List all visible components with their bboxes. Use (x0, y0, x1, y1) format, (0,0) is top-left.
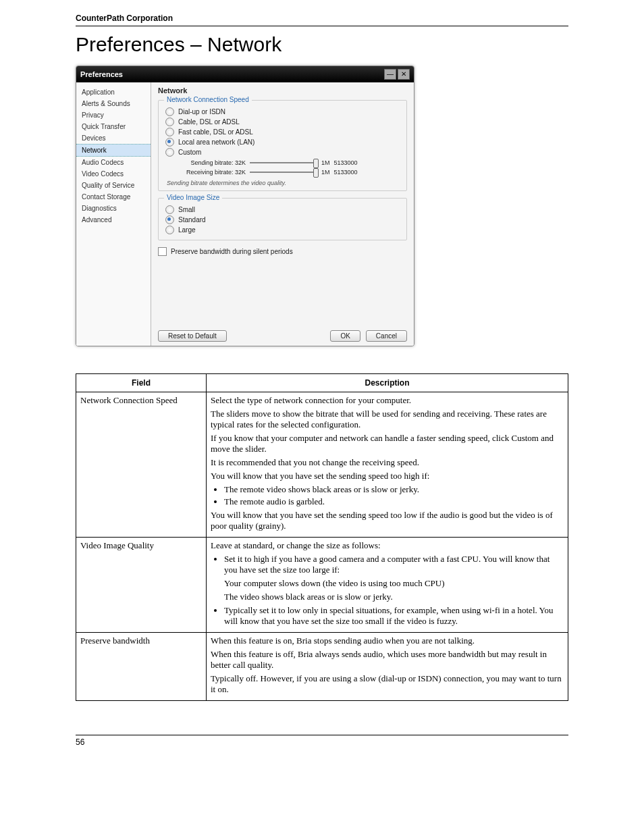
checkbox-label: Preserve bandwidth during silent periods (171, 248, 293, 255)
radio-icon (165, 118, 174, 126)
group-connection-speed: Network Connection Speed Dial-up or ISDN… (158, 100, 407, 191)
radio-icon (165, 226, 174, 234)
description-cell: Select the type of network connection fo… (207, 392, 568, 538)
sidebar-item[interactable]: Advanced (76, 214, 151, 226)
sidebar: ApplicationAlerts & SoundsPrivacyQuick T… (76, 82, 151, 346)
radio-label: Dial-up or ISDN (178, 108, 225, 115)
th-field: Field (76, 374, 207, 392)
radio-label: Large (178, 226, 196, 234)
sidebar-item[interactable]: Audio Codecs (76, 157, 151, 168)
description-cell: When this feature is on, Bria stops send… (207, 633, 568, 701)
legend: Video Image Size (164, 194, 222, 201)
bitrate-slider[interactable]: Sending bitrate: 32K1M5133000 (175, 159, 400, 166)
radio-option[interactable]: Fast cable, DSL or ADSL (165, 128, 400, 136)
group-video-size: Video Image Size SmallStandardLarge (158, 198, 407, 240)
preserve-bandwidth-checkbox[interactable]: Preserve bandwidth during silent periods (158, 247, 407, 256)
doc-header: CounterPath Corporation (76, 14, 568, 26)
radio-label: Cable, DSL or ADSL (178, 118, 240, 126)
sidebar-item[interactable]: Alerts & Sounds (76, 98, 151, 109)
field-description-table: Field Description Network Connection Spe… (76, 373, 568, 701)
radio-option[interactable]: Standard (165, 215, 400, 224)
radio-label: Custom (178, 149, 201, 156)
dialog-title: Preferences (80, 70, 383, 78)
sidebar-item[interactable]: Quality of Service (76, 180, 151, 191)
slider-track[interactable] (250, 172, 317, 173)
slider-label: Sending bitrate: 32K (175, 159, 246, 166)
reset-button[interactable]: Reset to Default (158, 330, 227, 342)
radio-option[interactable]: Cable, DSL or ADSL (165, 118, 400, 126)
ok-button[interactable]: OK (330, 330, 360, 342)
sidebar-item[interactable]: Video Codecs (76, 168, 151, 180)
radio-option[interactable]: Small (165, 205, 400, 214)
sidebar-item[interactable]: Quick Transfer (76, 121, 151, 132)
dialog-titlebar: Preferences — ✕ (76, 66, 414, 82)
panel-title: Network (158, 86, 407, 95)
note: Sending bitrate determines the video qua… (167, 180, 400, 186)
sidebar-item[interactable]: Contact Storage (76, 191, 151, 203)
slider-label: Receiving bitrate: 32K (175, 169, 246, 176)
field-cell: Preserve bandwidth (76, 633, 207, 701)
description-cell: Leave at standard, or change the size as… (207, 538, 568, 633)
radio-icon (165, 148, 174, 157)
sidebar-item[interactable]: Privacy (76, 109, 151, 121)
sidebar-item[interactable]: Network (76, 144, 151, 157)
close-button[interactable]: ✕ (398, 69, 410, 80)
panel: Network Network Connection Speed Dial-up… (151, 82, 414, 346)
cancel-button[interactable]: Cancel (366, 330, 407, 342)
radio-icon (165, 107, 174, 116)
slider-max: 1M (321, 169, 330, 176)
radio-icon (165, 128, 174, 136)
radio-label: Standard (178, 216, 206, 224)
page-number: 56 (76, 735, 568, 747)
radio-icon (165, 205, 174, 214)
field-cell: Video Image Quality (76, 538, 207, 633)
sidebar-item[interactable]: Application (76, 86, 151, 98)
radio-label: Local area network (LAN) (178, 138, 254, 146)
minimize-button[interactable]: — (384, 69, 396, 80)
radio-icon (165, 138, 174, 147)
legend: Network Connection Speed (164, 96, 252, 103)
slider-track[interactable] (250, 162, 317, 163)
bitrate-slider[interactable]: Receiving bitrate: 32K1M5133000 (175, 169, 400, 176)
th-description: Description (207, 374, 568, 392)
field-cell: Network Connection Speed (76, 392, 207, 538)
radio-option[interactable]: Large (165, 226, 400, 234)
radio-option[interactable]: Custom (165, 148, 400, 157)
radio-option[interactable]: Dial-up or ISDN (165, 107, 400, 116)
preferences-dialog: Preferences — ✕ ApplicationAlerts & Soun… (76, 66, 414, 346)
sidebar-item[interactable]: Devices (76, 132, 151, 144)
radio-label: Small (178, 206, 195, 213)
slider-max: 1M (321, 159, 330, 166)
checkbox-icon (158, 247, 167, 256)
radio-option[interactable]: Local area network (LAN) (165, 138, 400, 147)
radio-label: Fast cable, DSL or ADSL (178, 128, 253, 136)
sidebar-item[interactable]: Diagnostics (76, 203, 151, 214)
radio-icon (165, 215, 174, 224)
slider-value: 5133000 (334, 169, 358, 176)
page-title: Preferences – Network (76, 33, 568, 56)
slider-value: 5133000 (334, 159, 358, 166)
